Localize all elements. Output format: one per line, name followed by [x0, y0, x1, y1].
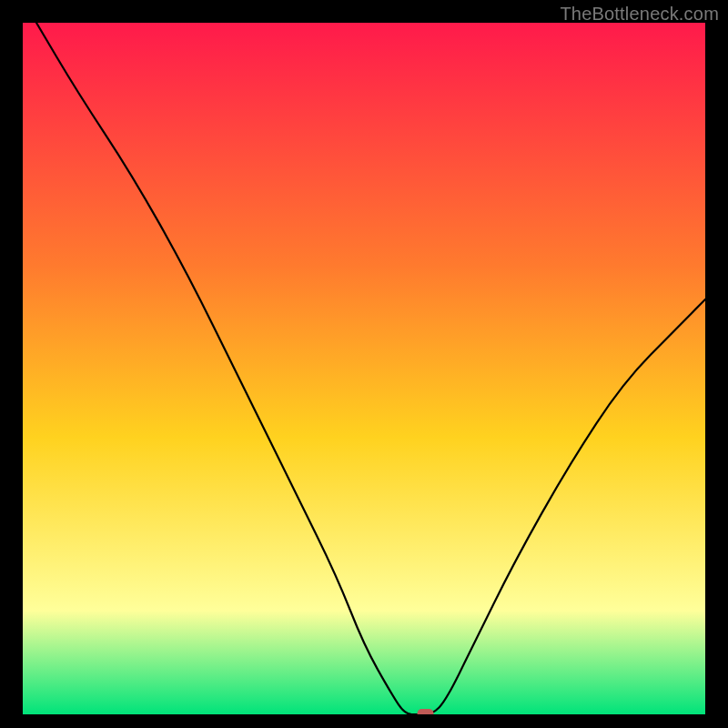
watermark-text: TheBottleneck.com [560, 4, 719, 25]
chart-container: TheBottleneck.com [0, 0, 728, 728]
optimal-marker [418, 709, 434, 714]
chart-background [23, 23, 705, 714]
bottleneck-chart [23, 23, 705, 714]
